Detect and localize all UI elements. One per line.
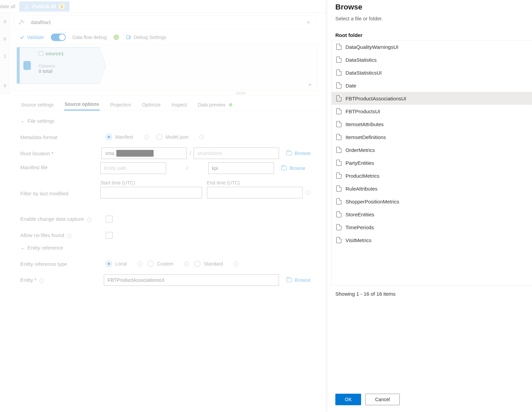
tab-optimize[interactable]: Optimize: [141, 99, 161, 110]
publish-all-button[interactable]: Publish all 1: [19, 1, 70, 12]
info-icon[interactable]: i: [144, 135, 149, 139]
file-item[interactable]: RuleAttributes: [332, 182, 532, 195]
file-item[interactable]: DataStatistics: [332, 53, 532, 66]
editor-tab[interactable]: dataflow1: [14, 15, 315, 30]
path-separator: /: [186, 165, 188, 171]
file-item[interactable]: PartyEntities: [332, 156, 532, 169]
add-node-button[interactable]: +: [308, 81, 312, 89]
dataflow-canvas[interactable]: source1 Columns: 0 total +: [13, 44, 318, 91]
debug-settings-button[interactable]: Debug Settings: [126, 35, 166, 40]
file-item[interactable]: TimePeriods: [332, 221, 532, 234]
info-icon[interactable]: i: [184, 261, 189, 266]
tab-inspect[interactable]: Inspect: [171, 99, 188, 110]
status-dot-icon: [229, 103, 232, 106]
tab-source-settings[interactable]: Source settings: [20, 99, 55, 110]
rail-num: 0: [0, 30, 10, 47]
standard-radio-label: Standard: [204, 261, 223, 267]
ok-button[interactable]: OK: [335, 394, 361, 405]
entity-path-input[interactable]: [100, 162, 166, 174]
file-settings-header[interactable]: ⌄ File settings: [20, 118, 311, 124]
file-item[interactable]: StoreEntities: [332, 208, 532, 221]
tab-source-options[interactable]: Source options: [64, 99, 100, 111]
allow-no-files-checkbox[interactable]: [106, 232, 113, 239]
browse-manifest-button[interactable]: Browse: [281, 165, 306, 171]
file-item[interactable]: OrderMetrics: [332, 143, 532, 156]
source-title: source1: [45, 51, 64, 56]
entity-input[interactable]: [104, 274, 279, 286]
tab-data-preview[interactable]: Data preview: [197, 99, 233, 110]
end-time-label: End time (UTC): [207, 180, 311, 185]
ref-custom-radio[interactable]: [147, 261, 154, 267]
entity-reference-label: Entity reference: [27, 245, 63, 251]
info-icon[interactable]: i: [234, 261, 239, 266]
ref-local-radio[interactable]: [106, 261, 112, 267]
file-item-label: VisitMetrics: [346, 237, 371, 243]
resize-handle[interactable]: [236, 92, 246, 94]
info-icon[interactable]: i: [39, 278, 44, 283]
browse-entity-button[interactable]: Browse: [287, 277, 311, 283]
end-time-input[interactable]: [207, 187, 302, 198]
file-item-label: DataStatisticsUI: [346, 70, 382, 76]
file-item[interactable]: VisitMetrics: [332, 234, 532, 247]
entity-reference-header[interactable]: ⌄ Entity reference: [20, 244, 311, 251]
tab-projection[interactable]: Projection: [109, 99, 132, 110]
folder-icon: [281, 166, 287, 170]
file-icon: [336, 160, 341, 166]
file-item[interactable]: ItemsetDefinitions: [332, 131, 532, 143]
metadata-manifest-radio[interactable]: [106, 134, 112, 140]
upload-icon: [24, 4, 29, 9]
file-icon: [336, 108, 341, 114]
file-item[interactable]: DataStatisticsUI: [332, 66, 532, 79]
rail-num: 0: [0, 13, 10, 30]
bottom-pane: Source settings Source options Projectio…: [13, 95, 318, 412]
manifest-file-label: Manifest file: [20, 162, 100, 170]
left-rail: 0 0 1 0: [0, 13, 10, 94]
file-icon: [336, 237, 341, 243]
info-icon[interactable]: i: [306, 190, 311, 195]
allow-no-files-label: Allow no files found i: [20, 232, 106, 238]
browse-root-button[interactable]: Browse: [287, 151, 311, 156]
file-icon: [336, 134, 341, 140]
node-body: source1 Columns: 0 total: [35, 47, 99, 83]
columns-total: 0 total: [39, 68, 95, 74]
folder-icon: [287, 278, 292, 282]
file-item-label: PartyEntities: [346, 160, 374, 166]
action-bar: Validate Data flow debug ✓ Debug Setting…: [14, 31, 172, 44]
info-icon[interactable]: i: [137, 261, 142, 266]
start-time-input[interactable]: [100, 187, 202, 198]
file-icon: [336, 121, 341, 127]
file-list[interactable]: DataQualityWarningsUIDataStatisticsDataS…: [331, 40, 532, 286]
file-item[interactable]: ShopperPositionMetrics: [332, 195, 532, 208]
info-icon[interactable]: i: [199, 135, 204, 139]
publish-count-badge: 1: [59, 3, 65, 9]
manifest-name-input[interactable]: [208, 162, 274, 174]
debug-toggle[interactable]: [51, 34, 66, 41]
svg-rect-2: [126, 36, 130, 39]
file-item[interactable]: FBTProductsUI: [332, 105, 532, 118]
file-icon: [336, 198, 341, 204]
validate-label: Validate: [27, 35, 44, 40]
file-icon: [336, 57, 341, 63]
validate-button[interactable]: Validate: [20, 35, 44, 40]
redacted-block: [116, 150, 154, 157]
source-node[interactable]: source1 Columns: 0 total: [17, 47, 100, 84]
chevron-down-icon: ⌄: [20, 118, 25, 124]
file-item[interactable]: ItemsetAttributes: [332, 118, 532, 131]
source-options-form: ⌄ File settings Metadata format Manifest…: [13, 111, 318, 294]
file-settings-label: File settings: [27, 118, 55, 124]
root-folder-input[interactable]: [194, 148, 279, 159]
cancel-button[interactable]: Cancel: [365, 394, 400, 405]
enable-cdc-checkbox[interactable]: [106, 216, 113, 222]
ref-standard-radio[interactable]: [194, 261, 200, 267]
local-radio-label: Local: [115, 261, 126, 267]
file-item-label: Date: [346, 83, 356, 89]
file-item[interactable]: FBTProductAssociationsUI: [332, 92, 532, 105]
file-item[interactable]: ProductMetrics: [332, 169, 532, 182]
file-item[interactable]: Date: [332, 79, 532, 92]
node-selection-bar: [17, 47, 20, 83]
info-icon[interactable]: i: [67, 234, 72, 238]
file-item-label: StoreEntities: [346, 212, 374, 217]
file-item[interactable]: DataQualityWarningsUI: [332, 40, 532, 53]
metadata-modeljson-radio[interactable]: [156, 134, 162, 140]
info-icon[interactable]: i: [87, 217, 92, 222]
